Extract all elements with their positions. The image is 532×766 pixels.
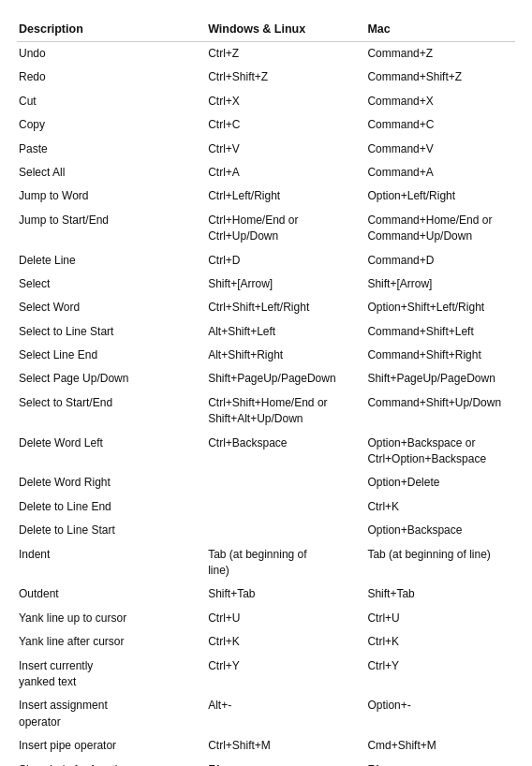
table-row: Select Page Up/DownShift+PageUp/PageDown… [17,367,515,390]
cell-mac: Command+X [365,90,515,113]
table-row: RedoCtrl+Shift+ZCommand+Shift+Z [17,66,515,89]
table-row: Yank line up to cursorCtrl+UCtrl+U [17,607,515,630]
cell-mac: Command+V [365,138,515,161]
cell-windows [206,471,365,494]
cell-windows: Ctrl+X [206,90,365,113]
table-row: OutdentShift+TabShift+Tab [17,582,515,606]
cell-windows: Shift+Tab [206,582,365,606]
cell-windows: Ctrl+Left/Right [206,184,365,208]
cell-description: Select to Line Start [17,320,206,344]
cell-description: Insert pipe operator [17,734,206,758]
cell-description: Select Line End [17,344,206,367]
cell-description: Paste [17,138,206,161]
cell-mac: Shift+Tab [365,582,515,606]
table-row: Delete to Line StartOption+Backspace [17,519,515,542]
table-row: Select to Start/EndCtrl+Shift+Home/End o… [17,391,515,432]
cell-mac: Tab (at beginning of line) [365,543,515,583]
cell-mac: Command+D [365,249,515,273]
table-row: Insert currentlyyanked textCtrl+YCtrl+Y [17,655,515,695]
cell-description: Cut [17,90,206,113]
cell-description: Delete Word Left [17,432,206,472]
cell-description: Select Page Up/Down [17,367,206,390]
cell-mac: Ctrl+K [365,495,515,519]
table-row: Delete Word RightOption+Delete [17,471,515,494]
table-row: CopyCtrl+CCommand+C [17,113,515,137]
shortcuts-table: Description Windows & Linux Mac UndoCtrl… [17,19,515,766]
cell-description: Insert currentlyyanked text [17,655,206,695]
cell-mac: Option+- [365,694,515,734]
table-row: CutCtrl+XCommand+X [17,90,515,113]
cell-description: Select Word [17,296,206,319]
cell-mac: Option+Shift+Left/Right [365,296,515,319]
cell-windows: Ctrl+Shift+Home/End orShift+Alt+Up/Down [206,391,365,432]
cell-windows [206,519,365,542]
cell-description: Select to Start/End [17,391,206,432]
table-row: Select to Line StartAlt+Shift+LeftComman… [17,320,515,344]
cell-windows: Ctrl+D [206,249,365,273]
cell-windows: F1 [206,759,365,767]
cell-description: Yank line after cursor [17,630,206,654]
cell-description: Delete Line [17,249,206,273]
cell-description: Delete to Line End [17,495,206,519]
cell-windows: Ctrl+V [206,138,365,161]
cell-mac: Option+Backspace orCtrl+Option+Backspace [365,432,515,472]
cell-windows: Ctrl+A [206,161,365,184]
cell-windows: Ctrl+Shift+Z [206,66,365,89]
cell-windows: Alt+Shift+Left [206,320,365,344]
cell-windows: Shift+[Arrow] [206,273,365,296]
cell-mac: Option+Backspace [365,519,515,542]
cell-windows: Ctrl+Y [206,655,365,695]
cell-windows: Alt+- [206,694,365,734]
cell-windows: Ctrl+Shift+M [206,734,365,758]
cell-mac: Command+Shift+Right [365,344,515,367]
table-row: Delete LineCtrl+DCommand+D [17,249,515,273]
cell-windows: Ctrl+Backspace [206,432,365,472]
cell-windows: Shift+PageUp/PageDown [206,367,365,390]
table-row: Delete Word LeftCtrl+BackspaceOption+Bac… [17,432,515,472]
cell-windows: Ctrl+U [206,607,365,630]
table-row: UndoCtrl+ZCommand+Z [17,42,515,66]
cell-windows: Ctrl+Shift+Left/Right [206,296,365,319]
cell-windows: Ctrl+C [206,113,365,137]
table-row: Delete to Line EndCtrl+K [17,495,515,519]
table-row: Select WordCtrl+Shift+Left/RightOption+S… [17,296,515,319]
cell-mac: Command+A [365,161,515,184]
cell-mac: Ctrl+Y [365,655,515,695]
cell-windows: Alt+Shift+Right [206,344,365,367]
table-row: Yank line after cursorCtrl+KCtrl+K [17,630,515,654]
table-row: Select Line EndAlt+Shift+RightCommand+Sh… [17,344,515,367]
table-row: Jump to WordCtrl+Left/RightOption+Left/R… [17,184,515,208]
cell-description: Insert assignmentoperator [17,694,206,734]
header-windows: Windows & Linux [206,19,365,42]
cell-description: Delete Word Right [17,471,206,494]
cell-mac: Command+Home/End orCommand+Up/Down [365,209,515,249]
cell-mac: Shift+[Arrow] [365,273,515,296]
cell-windows: Ctrl+Home/End orCtrl+Up/Down [206,209,365,249]
header-description: Description [17,19,206,42]
table-row: SelectShift+[Arrow]Shift+[Arrow] [17,273,515,296]
cell-windows: Ctrl+K [206,630,365,654]
cell-mac: F1 [365,759,515,767]
cell-mac: Command+Shift+Left [365,320,515,344]
cell-mac: Command+Shift+Z [365,66,515,89]
cell-description: Redo [17,66,206,89]
cell-description: Jump to Word [17,184,206,208]
table-row: IndentTab (at beginning ofline)Tab (at b… [17,543,515,583]
table-row: Insert assignmentoperatorAlt+-Option+- [17,694,515,734]
table-row: Jump to Start/EndCtrl+Home/End orCtrl+Up… [17,209,515,249]
cell-windows: Ctrl+Z [206,42,365,66]
table-row: Show help for functionat cursorF1F1 [17,759,515,767]
cell-mac: Ctrl+K [365,630,515,654]
cell-description: Select [17,273,206,296]
cell-mac: Command+C [365,113,515,137]
cell-description: Outdent [17,582,206,606]
cell-description: Copy [17,113,206,137]
table-row: Insert pipe operatorCtrl+Shift+MCmd+Shif… [17,734,515,758]
cell-mac: Ctrl+U [365,607,515,630]
cell-windows: Tab (at beginning ofline) [206,543,365,583]
cell-description: Jump to Start/End [17,209,206,249]
cell-description: Undo [17,42,206,66]
cell-mac: Command+Z [365,42,515,66]
cell-description: Select All [17,161,206,184]
table-row: Select AllCtrl+ACommand+A [17,161,515,184]
